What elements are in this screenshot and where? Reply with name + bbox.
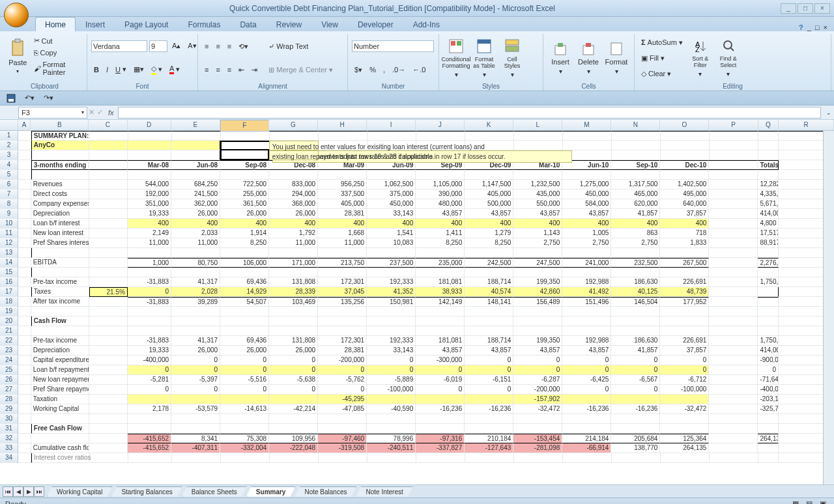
cell-K27[interactable]: 0 — [465, 385, 513, 395]
cell-A7[interactable] — [18, 189, 31, 199]
cell-J25[interactable]: 0 — [416, 365, 465, 375]
cell-A25[interactable] — [18, 365, 31, 375]
cell-P17[interactable] — [709, 287, 758, 297]
cell-E2[interactable] — [171, 141, 220, 150]
fx-button[interactable]: fx — [108, 109, 114, 117]
cell-C19[interactable] — [89, 307, 128, 316]
cell-K33[interactable]: -127,643 — [465, 443, 513, 453]
cell-Q11[interactable]: 17,517 — [758, 229, 779, 238]
cell-P13[interactable] — [709, 248, 758, 258]
cell-C14[interactable] — [89, 258, 128, 268]
cell-H19[interactable] — [318, 307, 367, 316]
cell-I13[interactable] — [367, 248, 416, 258]
cell-E34[interactable] — [172, 453, 221, 463]
cell-K20[interactable] — [465, 316, 513, 326]
cell-B3[interactable] — [31, 150, 89, 160]
tab-developer[interactable]: Developer — [348, 17, 403, 31]
cell-I26[interactable]: -5,889 — [367, 375, 416, 385]
cell-K6[interactable]: 1,147,500 — [465, 180, 513, 189]
cell-F27[interactable]: 0 — [220, 385, 269, 395]
cell-K9[interactable]: 43,857 — [465, 209, 513, 219]
tab-insert[interactable]: Insert — [76, 17, 115, 31]
cell-B11[interactable]: New loan interest — [31, 229, 89, 238]
cell-O28[interactable] — [660, 395, 709, 404]
cell-A12[interactable] — [18, 238, 31, 248]
cell-J1[interactable] — [416, 131, 465, 141]
cell-P10[interactable] — [709, 219, 758, 229]
cell-L23[interactable]: 43,857 — [513, 346, 562, 356]
cell-K34[interactable] — [465, 453, 514, 463]
insert-cells-button[interactable]: Insert▾ — [547, 38, 573, 78]
border-button[interactable]: ▦▾ — [131, 64, 147, 75]
cell-D19[interactable] — [128, 307, 171, 316]
cell-N17[interactable]: 40,125 — [611, 287, 660, 297]
cell-O7[interactable]: 495,000 — [660, 189, 709, 199]
cell-D33[interactable]: -415,652 — [128, 443, 171, 453]
cond-format-button[interactable]: Conditional Formatting▾ — [443, 35, 469, 81]
cell-J32[interactable]: -97,316 — [416, 434, 465, 443]
cell-B9[interactable]: Depreciation — [31, 209, 89, 219]
cell-D17[interactable]: 0 — [128, 287, 171, 297]
cell-N1[interactable] — [612, 131, 661, 141]
cell-F16[interactable]: 69,436 — [220, 277, 269, 287]
cell-M11[interactable]: 1,005 — [562, 229, 611, 238]
cell-G7[interactable]: 294,000 — [269, 189, 318, 199]
cell-I34[interactable] — [367, 453, 416, 463]
cell-D13[interactable] — [128, 248, 171, 258]
comma-button[interactable]: , — [381, 64, 388, 75]
cell-B25[interactable]: Loan b/f repayments — [31, 365, 89, 375]
cell-M14[interactable]: 241,000 — [562, 258, 611, 268]
col-header-B[interactable]: B — [31, 120, 89, 130]
cell-Q2[interactable] — [758, 141, 779, 150]
cell-H11[interactable]: 1,668 — [318, 229, 367, 238]
tab-review[interactable]: Review — [266, 17, 311, 31]
cell-N8[interactable]: 620,000 — [611, 199, 660, 209]
undo-button[interactable]: ↶▾ — [22, 92, 37, 104]
cell-M16[interactable]: 192,988 — [562, 277, 611, 287]
cell-O9[interactable]: 37,857 — [660, 209, 709, 219]
cell-I1[interactable] — [367, 131, 416, 141]
cell-D14[interactable]: 1,000 — [128, 258, 171, 268]
cell-O1[interactable] — [661, 131, 710, 141]
cell-H34[interactable] — [319, 453, 367, 463]
cell-Q32[interactable]: 264,135 — [758, 434, 779, 443]
cell-L28[interactable]: -157,902 — [513, 395, 562, 404]
cell-C24[interactable] — [89, 356, 128, 365]
cell-P25[interactable] — [709, 365, 758, 375]
fill-color-button[interactable]: ◇▾ — [149, 63, 165, 76]
cell-D6[interactable]: 544,000 — [128, 180, 171, 189]
cell-J29[interactable]: -16,236 — [416, 404, 465, 414]
cell-O29[interactable]: -32,472 — [660, 404, 709, 414]
cell-E13[interactable] — [171, 248, 220, 258]
vertical-scrollbar[interactable] — [823, 131, 834, 484]
cell-K32[interactable]: 210,184 — [465, 434, 513, 443]
cell-K15[interactable] — [465, 268, 513, 277]
cell-E6[interactable]: 684,250 — [171, 180, 220, 189]
cell-J24[interactable]: -300,000 — [416, 356, 465, 365]
cell-Q9[interactable]: 414,000 — [758, 209, 779, 219]
row-header-18[interactable]: 18 — [0, 297, 18, 307]
cell-J5[interactable] — [416, 170, 465, 180]
cell-N7[interactable]: 465,000 — [611, 189, 660, 199]
cell-B1[interactable]: SUMMARY PLAN: — [31, 131, 90, 141]
cell-N22[interactable]: 186,630 — [611, 336, 660, 346]
cell-L20[interactable] — [513, 316, 562, 326]
cell-B29[interactable]: Working Capital — [31, 404, 89, 414]
cell-O10[interactable]: 400 — [660, 219, 709, 229]
cell-B31[interactable]: Free Cash Flow — [31, 424, 89, 434]
cell-O13[interactable] — [660, 248, 709, 258]
cell-Q33[interactable] — [758, 443, 779, 453]
row-header-32[interactable]: 32 — [0, 434, 18, 443]
cell-L13[interactable] — [513, 248, 562, 258]
cell-Q28[interactable]: -203,198 — [758, 395, 779, 404]
cell-C10[interactable] — [89, 219, 128, 229]
cell-G31[interactable] — [269, 424, 318, 434]
row-header-25[interactable]: 25 — [0, 365, 18, 375]
sort-filter-button[interactable]: AZSort & Filter▾ — [687, 36, 713, 81]
cell-K10[interactable]: 400 — [465, 219, 513, 229]
cell-D23[interactable]: 19,333 — [128, 346, 171, 356]
cell-I9[interactable]: 33,143 — [367, 209, 416, 219]
cell-M31[interactable] — [562, 424, 611, 434]
paste-button[interactable]: Paste▾ — [7, 35, 29, 77]
cell-J7[interactable]: 390,000 — [416, 189, 465, 199]
